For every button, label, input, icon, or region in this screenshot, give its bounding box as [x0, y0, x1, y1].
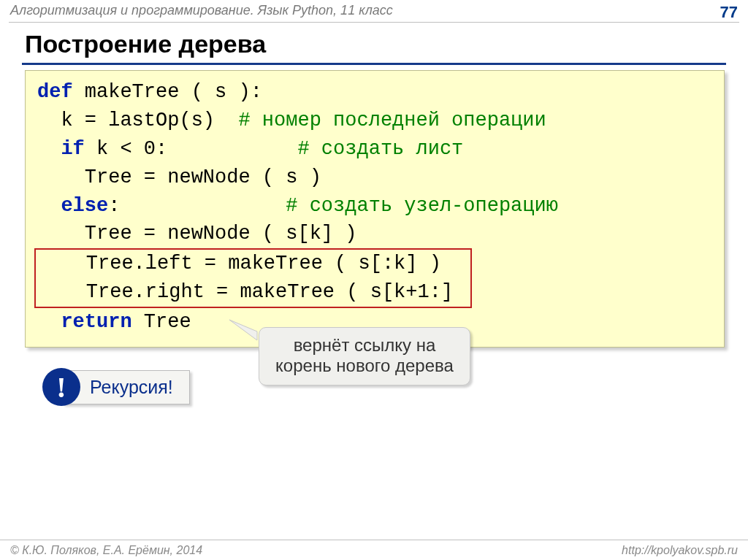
header: Алгоритмизация и программирование. Язык …: [0, 0, 748, 20]
code-text: Tree.right = makeTree ( s[k+1:]: [39, 281, 465, 303]
code-text: makeTree ( s ):: [73, 81, 262, 103]
badge: ! Рекурсия!: [42, 368, 190, 406]
recursion-box: Tree.left = makeTree ( s[:k] ) Tree.righ…: [34, 248, 472, 308]
code-text: k < 0:: [85, 138, 298, 160]
svg-marker-0: [229, 320, 257, 340]
header-title: Алгоритмизация и программирование. Язык …: [10, 3, 393, 18]
badge-text: Рекурсия!: [63, 370, 190, 404]
code-text: :: [108, 195, 286, 217]
comment: # номер последней операции: [238, 110, 546, 131]
footer: © К.Ю. Поляков, Е.А. Ерёмин, 2014 http:/…: [0, 540, 748, 560]
code-text: Tree: [132, 311, 191, 333]
page-number: 77: [720, 3, 738, 22]
code-block: def makeTree ( s ): k = lastOp(s) # номе…: [37, 78, 714, 337]
footer-copyright: © К.Ю. Поляков, Е.А. Ерёмин, 2014: [10, 544, 202, 557]
code-text: Tree.left = makeTree ( s[:k] ): [39, 253, 465, 275]
footer-url: http://kpolyakov.spb.ru: [622, 544, 738, 557]
code-text: k = lastOp(s): [37, 110, 238, 131]
kw-def: def: [37, 81, 73, 103]
slide: Алгоритмизация и программирование. Язык …: [0, 0, 748, 560]
comment: # создать лист: [297, 138, 463, 160]
comment: # создать узел-операцию: [286, 195, 558, 217]
title-rule: [22, 63, 726, 65]
code-text: Tree = newNode ( s ): [37, 166, 321, 188]
code-text: Tree = newNode ( s[k] ): [37, 223, 369, 245]
slide-title: Построение дерева: [0, 23, 748, 63]
kw-if: if: [37, 138, 85, 160]
code-box: def makeTree ( s ): k = lastOp(s) # номе…: [25, 70, 725, 348]
kw-else: else: [37, 195, 108, 217]
callout: вернёт ссылку на корень нового дерева: [259, 327, 470, 386]
exclamation-icon: !: [42, 368, 80, 406]
kw-return: return: [37, 311, 132, 333]
